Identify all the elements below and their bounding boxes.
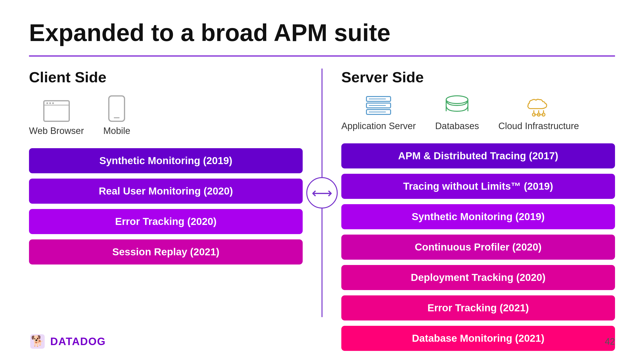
datadog-dog-icon: 🐕 (29, 333, 46, 350)
page-title: Expanded to a broad APM suite (29, 19, 615, 46)
client-feature-buttons: Synthetic Monitoring (2019) Real User Mo… (29, 148, 303, 265)
page: Expanded to a broad APM suite ⟷ Client S… (0, 0, 644, 362)
web-browser-label: Web Browser (29, 126, 84, 136)
arrow-icon: ⟷ (312, 184, 332, 201)
footer: 🐕 DATADOG 42 (29, 333, 615, 350)
page-number: 42 (605, 337, 615, 347)
svg-text:🐕: 🐕 (31, 335, 44, 347)
app-server-icon-item: Application Server (341, 95, 416, 131)
app-server-label: Application Server (341, 121, 416, 131)
browser-icon (43, 100, 70, 122)
mobile-icon-item: Mobile (103, 95, 130, 136)
client-icons-row: Web Browser Mobile (29, 95, 303, 136)
databases-label: Databases (435, 121, 479, 131)
mobile-icon (108, 95, 125, 122)
database-icon (444, 95, 470, 117)
feature-btn-session-replay: Session Replay (2021) (29, 239, 303, 265)
app-server-icon (365, 95, 392, 117)
browser-dot-2 (49, 102, 51, 104)
feature-btn-synthetic-monitoring-server: Synthetic Monitoring (2019) (341, 204, 615, 229)
client-side-heading: Client Side (29, 68, 303, 86)
database-icon-item: Databases (435, 95, 479, 131)
cloud-icon-item: Cloud Infrastructure (498, 95, 579, 131)
browser-dot-3 (52, 102, 54, 104)
feature-btn-synthetic-monitoring-2019: Synthetic Monitoring (2019) (29, 148, 303, 173)
server-side-heading: Server Side (341, 68, 615, 86)
client-side-panel: Client Side Web Browser (29, 68, 322, 317)
feature-btn-error-tracking-2020: Error Tracking (2020) (29, 209, 303, 234)
feature-btn-continuous-profiler: Continuous Profiler (2020) (341, 235, 615, 260)
server-side-panel: Server Side Application Server (322, 68, 615, 317)
browser-dots (46, 102, 54, 104)
feature-btn-deployment-tracking: Deployment Tracking (2020) (341, 265, 615, 290)
main-layout: ⟷ Client Side Web Browser (29, 68, 615, 317)
cloud-icon (526, 95, 552, 117)
svg-point-6 (446, 96, 468, 103)
cloud-infrastructure-label: Cloud Infrastructure (498, 121, 579, 131)
center-circle: ⟷ (306, 177, 338, 209)
server-icons-row: Application Server Databases (341, 95, 615, 131)
feature-btn-apm-distributed-tracing: APM & Distributed Tracing (2017) (341, 143, 615, 168)
server-feature-buttons: APM & Distributed Tracing (2017) Tracing… (341, 143, 615, 351)
mobile-label: Mobile (103, 126, 130, 136)
datadog-logo-text: DATADOG (50, 336, 106, 348)
feature-btn-tracing-without-limits: Tracing without Limits™ (2019) (341, 174, 615, 199)
browser-dot-1 (46, 102, 48, 104)
feature-btn-error-tracking-2021: Error Tracking (2021) (341, 295, 615, 321)
datadog-logo: 🐕 DATADOG (29, 333, 106, 350)
feature-btn-real-user-monitoring: Real User Monitoring (2020) (29, 179, 303, 204)
top-divider (29, 55, 615, 56)
web-browser-icon-item: Web Browser (29, 100, 84, 136)
